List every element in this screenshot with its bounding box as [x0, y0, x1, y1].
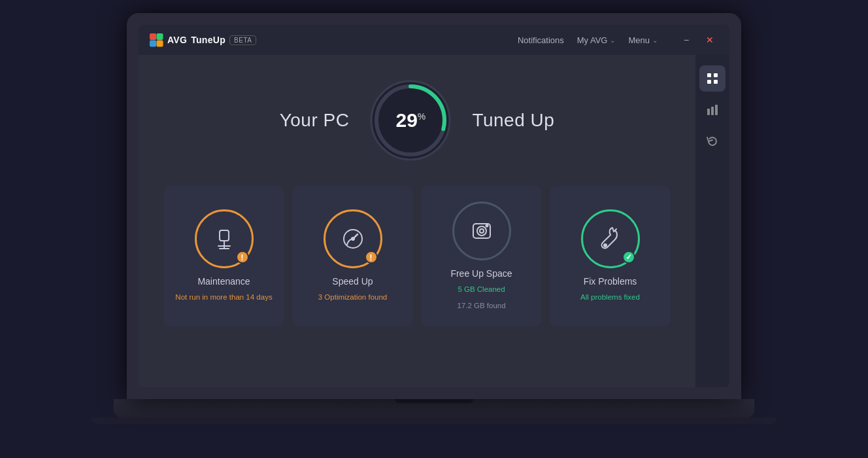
screen-bezel: AVG TuneUp BETA Notifications My AVG ⌄ M…: [127, 13, 741, 399]
avg-logo-icon: [149, 33, 163, 47]
fixproblems-title: Fix Problems: [584, 276, 637, 287]
freeupspace-subtitle2: 17.2 GB found: [457, 300, 505, 311]
freeupspace-icon-ring: [452, 202, 511, 260]
svg-point-25: [604, 244, 607, 247]
svg-rect-5: [714, 73, 718, 77]
sidebar-chart-icon[interactable]: [699, 97, 726, 123]
titlebar: AVG TuneUp BETA Notifications My AVG ⌄ M…: [139, 25, 729, 55]
svg-rect-0: [150, 33, 156, 40]
speedup-subtitle: 3 Optimization found: [318, 292, 387, 302]
gauge-center: 29%: [395, 111, 426, 130]
fixproblems-card[interactable]: ✓ Fix Problems All problems fixed: [550, 186, 671, 326]
svg-rect-1: [157, 33, 163, 40]
gauge-value: 29%: [395, 109, 426, 131]
laptop-foot: [91, 417, 777, 424]
maintenance-warning-dot: !: [236, 251, 249, 264]
hero-section: Your PC 29%: [280, 55, 555, 179]
cards-section: ! Maintenance Not run in more than 14 da…: [139, 179, 695, 340]
laptop-base: [114, 399, 754, 417]
laptop-notch: [395, 399, 473, 403]
svg-rect-7: [714, 80, 718, 84]
svg-rect-2: [150, 41, 156, 47]
hero-suffix: Tuned Up: [472, 110, 554, 131]
percent-sign: %: [418, 111, 426, 122]
app-tuneup: TuneUp: [191, 35, 225, 45]
chevron-down-icon: ⌄: [610, 37, 615, 44]
freeupspace-title: Free Up Space: [450, 268, 512, 279]
fixproblems-icon-ring: ✓: [581, 209, 640, 268]
my-avg-nav[interactable]: My AVG ⌄: [577, 35, 616, 45]
svg-rect-3: [157, 41, 163, 47]
sidebar-refresh-icon[interactable]: [699, 128, 726, 154]
svg-point-23: [480, 229, 484, 233]
titlebar-right: Notifications My AVG ⌄ Menu ⌄ − ✕: [518, 31, 719, 49]
laptop-container: AVG TuneUp BETA Notifications My AVG ⌄ M…: [114, 13, 754, 445]
maintenance-subtitle: Not run in more than 14 days: [175, 292, 272, 302]
app-window: AVG TuneUp BETA Notifications My AVG ⌄ M…: [139, 25, 729, 387]
svg-point-24: [486, 225, 488, 227]
maintenance-card[interactable]: ! Maintenance Not run in more than 14 da…: [163, 186, 284, 326]
svg-rect-6: [707, 80, 711, 84]
maintenance-title: Maintenance: [197, 276, 250, 287]
svg-rect-4: [707, 73, 711, 77]
notifications-nav[interactable]: Notifications: [518, 35, 564, 45]
titlebar-left: AVG TuneUp BETA: [149, 33, 256, 47]
tune-gauge: 29%: [365, 75, 456, 166]
speedup-warning-dot: !: [365, 251, 378, 264]
app-name: AVG: [167, 35, 187, 45]
hero-prefix: Your PC: [280, 110, 350, 131]
svg-point-20: [352, 238, 354, 240]
svg-point-22: [477, 226, 486, 236]
speedup-title: Speed Up: [332, 276, 373, 287]
speedup-icon-ring: !: [324, 209, 382, 268]
sidebar: [695, 55, 729, 387]
minimize-button[interactable]: −: [677, 31, 695, 49]
window-controls: − ✕: [677, 31, 719, 49]
fixproblems-subtitle: All problems fixed: [580, 292, 640, 302]
maintenance-icon-ring: !: [195, 209, 254, 268]
svg-rect-10: [715, 105, 718, 115]
freeupspace-subtitle1: 5 GB Cleaned: [458, 284, 505, 294]
freeupspace-card[interactable]: Free Up Space 5 GB Cleaned 17.2 GB found: [421, 186, 542, 326]
menu-nav[interactable]: Menu ⌄: [628, 35, 658, 45]
sidebar-grid-icon[interactable]: [699, 65, 726, 92]
avg-logo: AVG TuneUp BETA: [149, 33, 256, 47]
beta-badge: BETA: [229, 35, 256, 45]
chevron-down-icon: ⌄: [652, 37, 658, 44]
close-button[interactable]: ✕: [701, 31, 719, 49]
svg-rect-9: [711, 107, 714, 115]
svg-rect-14: [220, 230, 229, 241]
fixproblems-success-dot: ✓: [622, 251, 635, 264]
main-layout: Your PC 29%: [139, 55, 729, 387]
svg-rect-8: [707, 109, 710, 115]
main-content: Your PC 29%: [139, 55, 729, 387]
speedup-card[interactable]: ! Speed Up 3 Optimization found: [292, 186, 413, 326]
